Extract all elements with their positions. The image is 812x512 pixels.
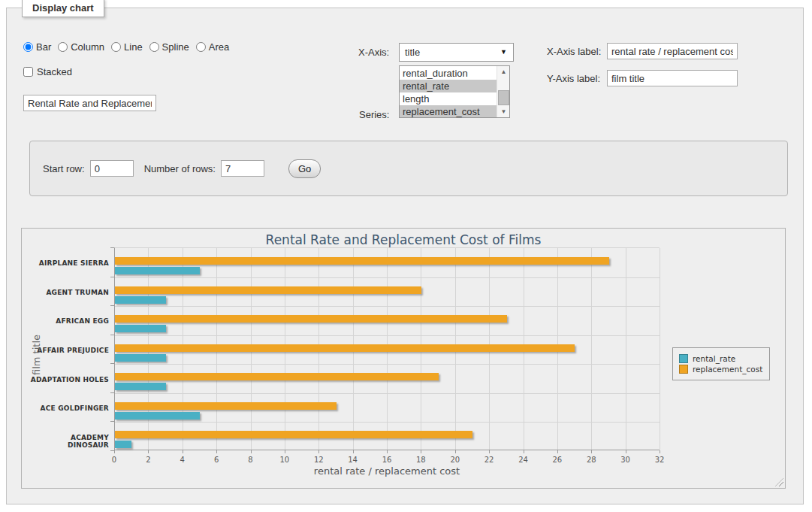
bar-rental_rate[interactable] — [115, 412, 200, 420]
x-axis-tick-label: 16 — [382, 456, 392, 464]
bar-rental_rate[interactable] — [115, 354, 166, 362]
category-label: AFRICAN EGG — [30, 317, 109, 325]
scroll-down-icon[interactable]: ▼ — [497, 106, 510, 117]
resize-handle-icon[interactable] — [775, 478, 783, 486]
gridline-vertical — [660, 248, 660, 450]
chart-type-radio-group: BarColumnLineSplineArea — [23, 41, 236, 53]
chart-type-radio-line[interactable] — [111, 42, 121, 52]
x-axis-tick-label: 0 — [112, 456, 116, 464]
num-rows-label: Number of rows: — [144, 163, 216, 174]
x-axis-tick-label: 26 — [553, 456, 563, 464]
y-axis-label-label: Y-Axis label: — [547, 73, 600, 84]
gridline-horizontal — [115, 335, 660, 336]
scrollbar[interactable]: ▲ ▼ — [497, 66, 509, 117]
x-axis-selected-value: title — [405, 47, 420, 58]
go-button[interactable]: Go — [288, 159, 321, 178]
legend-label: rental_rate — [693, 354, 735, 363]
bar-rental_rate[interactable] — [115, 441, 131, 448]
x-axis-tick-label: 12 — [314, 456, 324, 464]
y-axis-label-input[interactable] — [607, 70, 738, 86]
scroll-up-icon[interactable]: ▲ — [497, 66, 510, 77]
chart-type-label: Column — [71, 41, 104, 53]
bar-replacement_cost[interactable] — [115, 402, 337, 410]
chart-type-label: Spline — [162, 41, 189, 53]
scrollbar-thumb[interactable] — [498, 90, 509, 105]
x-axis-tick-label: 32 — [655, 456, 665, 464]
stacked-checkbox[interactable] — [23, 67, 33, 77]
x-axis-label-input[interactable] — [607, 43, 738, 59]
bar-replacement_cost[interactable] — [115, 431, 472, 438]
num-rows-input[interactable] — [221, 160, 264, 177]
category-label: ADAPTATION HOLES — [30, 376, 109, 383]
series-option-length[interactable]: length — [400, 92, 497, 105]
x-axis-select-label: X-Axis: — [358, 47, 389, 58]
chart-type-radio-spline[interactable] — [149, 42, 159, 52]
x-axis-tick — [148, 450, 149, 453]
series-option-replacement_cost[interactable]: replacement_cost — [400, 105, 497, 118]
chevron-down-icon: ▼ — [500, 48, 507, 56]
series-option-rental_rate[interactable]: rental_rate — [400, 80, 497, 92]
x-axis-tick — [660, 450, 660, 453]
stacked-row: Stacked — [23, 66, 72, 77]
y-axis-tick — [110, 335, 114, 335]
bar-replacement_cost[interactable] — [115, 315, 507, 323]
legend-item-rental_rate[interactable]: rental_rate — [679, 354, 762, 363]
x-axis-tick-label: 8 — [248, 456, 252, 464]
series-listbox[interactable]: rental_durationrental_ratelengthreplacem… — [399, 65, 510, 118]
bar-rental_rate[interactable] — [115, 267, 200, 274]
x-axis-tick — [591, 450, 592, 453]
x-axis-tick — [353, 450, 354, 453]
rows-panel: Start row: Number of rows: Go — [29, 141, 788, 196]
gridline-vertical — [626, 248, 626, 450]
gridline-horizontal — [115, 393, 660, 394]
chart-type-option-spline[interactable]: Spline — [149, 41, 189, 53]
display-chart-panel: Display chart BarColumnLineSplineArea St… — [6, 8, 804, 504]
chart-title: Rental Rate and Replacement Cost of Film… — [22, 232, 785, 247]
category-label: AIRPLANE SIERRA — [30, 259, 109, 267]
legend-item-replacement_cost[interactable]: replacement_cost — [679, 365, 762, 374]
gridline-vertical — [591, 248, 592, 450]
bar-replacement_cost[interactable] — [115, 286, 421, 294]
y-axis-tick — [110, 305, 114, 306]
chart-type-option-area[interactable]: Area — [196, 41, 229, 53]
x-axis-tick-label: 10 — [280, 456, 290, 464]
y-axis-tick — [110, 363, 114, 364]
chart-type-radio-column[interactable] — [58, 42, 68, 52]
chart-type-option-line[interactable]: Line — [111, 41, 143, 53]
series-list-label: Series: — [359, 109, 389, 120]
chart-type-radio-area[interactable] — [196, 42, 206, 52]
bar-rental_rate[interactable] — [115, 383, 166, 390]
gridline-horizontal — [115, 422, 660, 423]
chart-type-radio-bar[interactable] — [23, 42, 33, 52]
bar-rental_rate[interactable] — [115, 296, 166, 304]
x-axis-tick-label: 30 — [620, 456, 630, 464]
bar-replacement_cost[interactable] — [115, 373, 439, 380]
legend-swatch — [679, 365, 688, 374]
series-option-rental_duration[interactable]: rental_duration — [400, 67, 497, 80]
x-axis-tick — [285, 450, 285, 453]
y-axis-tick — [110, 277, 114, 277]
gridline-horizontal — [115, 306, 660, 307]
chart-type-label: Bar — [36, 41, 51, 53]
x-axis-tick — [387, 450, 388, 453]
chart-type-label: Area — [209, 41, 229, 53]
x-axis-select[interactable]: title ▼ — [399, 43, 514, 62]
start-row-input[interactable] — [90, 160, 134, 177]
x-axis-tick — [216, 450, 217, 453]
x-axis-tick — [557, 450, 558, 453]
y-axis-tick — [110, 247, 114, 248]
chart-type-option-column[interactable]: Column — [58, 41, 104, 53]
category-label: ACADEMY DINOSAUR — [30, 434, 109, 449]
bar-rental_rate[interactable] — [115, 325, 166, 332]
x-axis-tick — [183, 450, 183, 453]
bar-replacement_cost[interactable] — [115, 257, 609, 265]
chart-type-option-bar[interactable]: Bar — [23, 41, 51, 53]
chart-type-label: Line — [124, 41, 143, 53]
chart-title-input[interactable] — [23, 95, 156, 111]
bar-replacement_cost[interactable] — [115, 344, 575, 352]
x-axis-tick-label: 18 — [416, 456, 426, 464]
x-axis-tick-label: 28 — [587, 456, 596, 464]
x-axis-tick — [489, 450, 490, 453]
x-axis-tick — [626, 450, 626, 453]
x-axis-tick — [114, 450, 115, 453]
